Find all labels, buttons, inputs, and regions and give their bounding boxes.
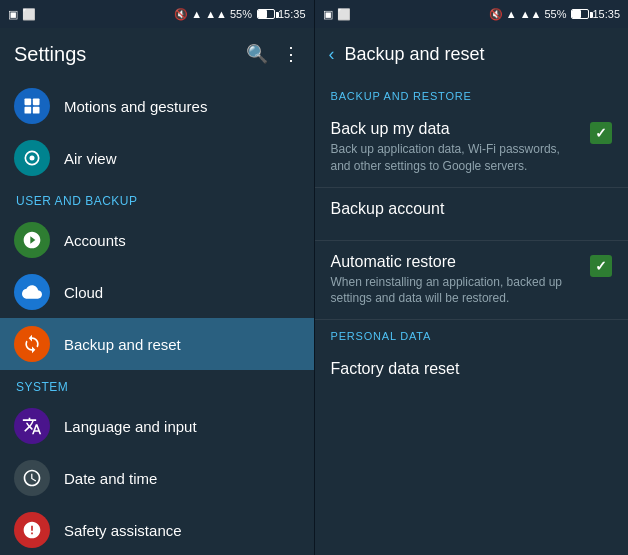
- backup-data-title: Back up my data: [331, 120, 583, 138]
- right-panel: ▣ ⬜ 🔇 ▲ ▲▲ 55% 15:35 ‹ Backup and reset …: [314, 0, 629, 555]
- back-button[interactable]: ‹: [329, 44, 335, 65]
- battery-percent: 55%: [230, 8, 252, 20]
- svg-rect-3: [33, 107, 40, 114]
- backup-icon: [14, 326, 50, 362]
- section-user-backup: USER AND BACKUP: [0, 184, 314, 214]
- svg-rect-2: [25, 107, 32, 114]
- status-left-icons: ▣ ⬜: [8, 8, 36, 21]
- svg-point-5: [30, 156, 35, 161]
- safety-label: Safety assistance: [64, 522, 182, 539]
- right-mute-icon: 🔇: [489, 8, 503, 21]
- motions-icon: [14, 88, 50, 124]
- backup-item-factory[interactable]: Factory data reset: [315, 348, 629, 400]
- left-panel: ▣ ⬜ 🔇 ▲ ▲▲ 55% 15:35 Settings 🔍 ⋮ Motion…: [0, 0, 314, 555]
- auto-restore-text: Automatic restore When reinstalling an a…: [331, 253, 591, 308]
- settings-title: Settings: [14, 43, 246, 66]
- air-view-icon: [14, 140, 50, 176]
- sidebar-item-language[interactable]: Language and input: [0, 400, 314, 452]
- factory-reset-text: Factory data reset: [331, 360, 613, 381]
- language-label: Language and input: [64, 418, 197, 435]
- left-header: Settings 🔍 ⋮: [0, 28, 314, 80]
- backup-data-check: [590, 122, 612, 144]
- backup-data-subtitle: Back up application data, Wi-Fi password…: [331, 141, 583, 175]
- sidebar-item-cloud[interactable]: Cloud: [0, 266, 314, 318]
- backup-item-data[interactable]: Back up my data Back up application data…: [315, 108, 629, 187]
- more-options-icon[interactable]: ⋮: [282, 43, 300, 65]
- signal-icon: ▲▲: [205, 8, 227, 20]
- right-time: 15:35: [592, 8, 620, 20]
- sidebar-item-motions[interactable]: Motions and gestures: [0, 80, 314, 132]
- auto-restore-title: Automatic restore: [331, 253, 583, 271]
- svg-rect-0: [25, 99, 32, 106]
- motions-label: Motions and gestures: [64, 98, 207, 115]
- backup-restore-label: BACKUP AND RESTORE: [315, 80, 629, 108]
- air-view-label: Air view: [64, 150, 117, 167]
- cloud-icon: [14, 274, 50, 310]
- status-right-icons: 🔇 ▲ ▲▲ 55% 15:35: [174, 8, 305, 21]
- right-signal-icon: ▲▲: [520, 8, 542, 20]
- time-left: 15:35: [278, 8, 306, 20]
- right-notification-icon: ▣: [323, 8, 333, 21]
- backup-label: Backup and reset: [64, 336, 181, 353]
- left-status-bar: ▣ ⬜ 🔇 ▲ ▲▲ 55% 15:35: [0, 0, 314, 28]
- backup-data-text: Back up my data Back up application data…: [331, 120, 591, 175]
- language-icon: [14, 408, 50, 444]
- right-battery-percent: 55%: [544, 8, 566, 20]
- right-screenshot-icon: ⬜: [337, 8, 351, 21]
- right-battery-icon: [571, 9, 589, 19]
- cloud-label: Cloud: [64, 284, 103, 301]
- battery-icon: [257, 9, 275, 19]
- datetime-label: Date and time: [64, 470, 157, 487]
- right-status-bar: ▣ ⬜ 🔇 ▲ ▲▲ 55% 15:35: [315, 0, 629, 28]
- auto-restore-check: [590, 255, 612, 277]
- wifi-icon: ▲: [191, 8, 202, 20]
- notification-icon: ▣: [8, 8, 18, 21]
- right-status-right: 🔇 ▲ ▲▲ 55% 15:35: [489, 8, 620, 21]
- right-header: ‹ Backup and reset: [315, 28, 629, 80]
- right-header-title: Backup and reset: [345, 44, 615, 65]
- screenshot-icon: ⬜: [22, 8, 36, 21]
- backup-item-account[interactable]: Backup account: [315, 188, 629, 240]
- accounts-icon: [14, 222, 50, 258]
- factory-reset-title: Factory data reset: [331, 360, 605, 378]
- mute-icon: 🔇: [174, 8, 188, 21]
- auto-restore-subtitle: When reinstalling an application, backed…: [331, 274, 583, 308]
- search-icon[interactable]: 🔍: [246, 43, 268, 65]
- sidebar-item-accounts[interactable]: Accounts: [0, 214, 314, 266]
- sidebar-item-air-view[interactable]: Air view: [0, 132, 314, 184]
- personal-data-label: PERSONAL DATA: [315, 320, 629, 348]
- right-status-left: ▣ ⬜: [323, 8, 351, 21]
- svg-rect-1: [33, 99, 40, 106]
- sidebar-item-safety[interactable]: Safety assistance: [0, 504, 314, 555]
- datetime-icon: [14, 460, 50, 496]
- section-system: SYSTEM: [0, 370, 314, 400]
- safety-icon: [14, 512, 50, 548]
- backup-account-title: Backup account: [331, 200, 605, 218]
- right-wifi-icon: ▲: [506, 8, 517, 20]
- header-actions: 🔍 ⋮: [246, 43, 300, 65]
- sidebar-item-backup[interactable]: Backup and reset: [0, 318, 314, 370]
- sidebar-item-datetime[interactable]: Date and time: [0, 452, 314, 504]
- accounts-label: Accounts: [64, 232, 126, 249]
- backup-item-restore[interactable]: Automatic restore When reinstalling an a…: [315, 241, 629, 320]
- backup-account-text: Backup account: [331, 200, 613, 221]
